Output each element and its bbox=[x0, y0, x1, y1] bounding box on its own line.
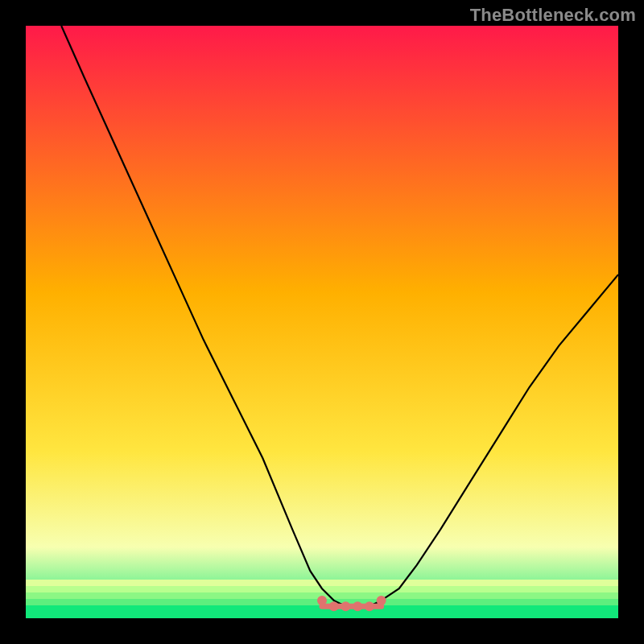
optimal-dot bbox=[365, 601, 374, 611]
gradient-background bbox=[26, 26, 618, 618]
optimal-dot bbox=[377, 596, 386, 605]
chart-plot-area bbox=[26, 26, 618, 618]
optimal-dot bbox=[353, 601, 362, 611]
watermark-text: TheBottleneck.com bbox=[470, 5, 636, 26]
optimal-dot bbox=[317, 596, 327, 605]
chart-frame: TheBottleneck.com bbox=[0, 0, 644, 644]
svg-rect-0 bbox=[26, 580, 618, 586]
optimal-dot bbox=[329, 601, 339, 611]
optimal-dot bbox=[341, 601, 350, 611]
chart-svg bbox=[26, 26, 618, 618]
